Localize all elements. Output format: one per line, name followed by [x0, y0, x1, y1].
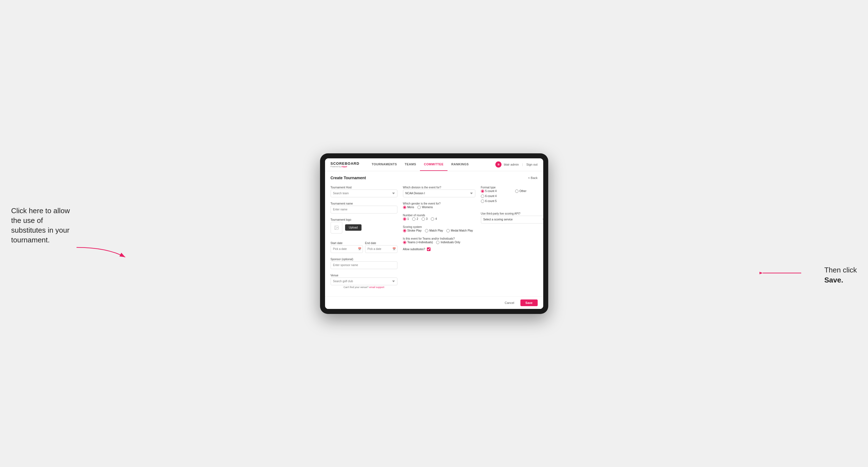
nav-committee[interactable]: COMMITTEE: [420, 158, 447, 171]
venue-label: Venue: [331, 274, 338, 277]
scoring-medal[interactable]: Medal Match Play: [446, 229, 473, 232]
sponsor-group: Sponsor (optional): [331, 256, 397, 269]
page-wrapper: Click here to allow the use of substitut…: [11, 153, 857, 314]
rounds-radio-group: 1 2 3: [403, 217, 475, 221]
substitutes-label: Allow substitutes?: [403, 248, 425, 251]
api-group: Use third-party live scoring API? Select…: [481, 211, 543, 223]
format-6count4[interactable]: 6 count 4: [481, 194, 514, 198]
api-label: Use third-party live scoring API?: [481, 212, 520, 215]
date-row: Start date 📅 End date 📅: [331, 240, 397, 253]
venue-help: Can't find your venue? email support: [331, 286, 397, 289]
page-header: Create Tournament < Back: [331, 176, 538, 180]
start-date-label: Start date: [331, 242, 343, 245]
tournament-logo-label: Tournament logo: [331, 218, 351, 221]
navigation: SCOREBOARD Powered by clippd TOURNAMENTS…: [325, 158, 543, 171]
format-5count4[interactable]: 5 count 4: [481, 189, 514, 193]
middle-column: Which division is the event for? NCAA Di…: [403, 185, 475, 292]
left-arrow: [74, 245, 129, 261]
api-select[interactable]: Select a scoring service: [481, 216, 543, 223]
back-button[interactable]: < Back: [528, 176, 538, 180]
division-label: Which division is the event for?: [403, 186, 441, 189]
end-date-wrapper: 📅: [365, 245, 397, 253]
event-teams[interactable]: Teams (+Individuals): [403, 241, 433, 244]
rounds-group: Number of rounds 1 2: [403, 212, 475, 221]
format-6count5[interactable]: 6 count 5: [481, 199, 514, 203]
rounds-3[interactable]: 3: [422, 217, 428, 221]
scoring-group: Scoring system Stroke Play Match Play: [403, 224, 475, 232]
form-grid: Tournament Host Tournament name Tourname…: [331, 185, 538, 292]
scoring-label: Scoring system: [403, 225, 422, 228]
event-type-group: Is this event for Teams and/or Individua…: [403, 236, 475, 244]
tablet-device: SCOREBOARD Powered by clippd TOURNAMENTS…: [320, 153, 548, 314]
event-type-radio-group: Teams (+Individuals) Individuals Only: [403, 241, 475, 244]
venue-group: Venue Can't find your venue? email suppo…: [331, 273, 397, 289]
logo: SCOREBOARD Powered by clippd: [331, 161, 360, 167]
division-group: Which division is the event for? NCAA Di…: [403, 185, 475, 197]
user-avatar: B: [495, 161, 501, 167]
format-label: Format type: [481, 186, 496, 189]
right-column: Format type 5 count 4 Other: [481, 185, 543, 292]
end-date-label: End date: [365, 242, 376, 245]
tournament-logo-group: Tournament logo Upload: [331, 217, 397, 237]
svg-point-2: [335, 226, 336, 227]
tournament-name-label: Tournament name: [331, 202, 353, 205]
scoring-match[interactable]: Match Play: [425, 229, 443, 232]
rounds-4[interactable]: 4: [431, 217, 437, 221]
nav-teams[interactable]: TEAMS: [401, 158, 420, 171]
format-options-grid: 5 count 4 Other 6 count 4: [481, 189, 543, 203]
nav-links: TOURNAMENTS TEAMS COMMITTEE RANKINGS: [368, 158, 495, 171]
division-select[interactable]: NCAA Division I: [403, 189, 475, 197]
gender-group: Which gender is the event for? Mens Wome…: [403, 201, 475, 209]
gender-mens[interactable]: Mens: [403, 206, 414, 209]
rounds-1[interactable]: 1: [403, 217, 409, 221]
left-column: Tournament Host Tournament name Tourname…: [331, 185, 397, 292]
user-menu: B blair admin | Sign out: [495, 161, 537, 167]
rounds-label: Number of rounds: [403, 214, 425, 217]
save-button[interactable]: Save: [520, 300, 538, 306]
format-group: Format type 5 count 4 Other: [481, 185, 543, 203]
end-date-input[interactable]: [365, 245, 397, 253]
gender-label: Which gender is the event for?: [403, 202, 441, 205]
start-date-group: Start date 📅: [331, 240, 363, 253]
upload-button[interactable]: Upload: [345, 224, 362, 231]
substitutes-checkbox-group: Allow substitutes?: [403, 247, 475, 251]
sign-out-link[interactable]: Sign out: [526, 163, 537, 166]
substitutes-checkbox[interactable]: [427, 247, 431, 251]
venue-input[interactable]: [331, 278, 397, 285]
form-footer: Cancel Save: [325, 297, 543, 309]
logo-placeholder: [331, 222, 342, 234]
end-date-group: End date 📅: [365, 240, 397, 253]
event-individuals[interactable]: Individuals Only: [436, 241, 460, 244]
gender-radio-group: Mens Womens: [403, 206, 475, 209]
start-date-input[interactable]: [331, 245, 363, 253]
sponsor-input[interactable]: [331, 261, 397, 269]
tablet-screen: SCOREBOARD Powered by clippd TOURNAMENTS…: [325, 158, 543, 309]
event-type-label: Is this event for Teams and/or Individua…: [403, 237, 455, 240]
right-arrow: [760, 266, 804, 280]
right-annotation: Then click Save.: [824, 265, 857, 285]
tournament-host-group: Tournament Host: [331, 185, 397, 197]
logo-upload-area: Upload: [331, 222, 397, 234]
scoring-stroke[interactable]: Stroke Play: [403, 229, 422, 232]
tournament-host-input[interactable]: [331, 189, 397, 197]
nav-rankings[interactable]: RANKINGS: [447, 158, 473, 171]
format-other[interactable]: Other: [515, 189, 543, 193]
tournament-name-group: Tournament name: [331, 201, 397, 214]
page-title: Create Tournament: [331, 176, 366, 180]
gender-womens[interactable]: Womens: [417, 206, 433, 209]
main-content: Create Tournament < Back Tournament Host…: [325, 171, 543, 297]
start-date-wrapper: 📅: [331, 245, 363, 253]
sponsor-label: Sponsor (optional): [331, 258, 353, 261]
rounds-2[interactable]: 2: [412, 217, 418, 221]
cancel-button[interactable]: Cancel: [501, 300, 518, 306]
scoring-radio-group: Stroke Play Match Play Medal Match Play: [403, 229, 475, 232]
substitutes-group: Allow substitutes?: [403, 247, 475, 251]
email-support-link[interactable]: email support: [369, 286, 384, 289]
tournament-host-label: Tournament Host: [331, 186, 352, 189]
tournament-name-input[interactable]: [331, 206, 397, 214]
nav-tournaments[interactable]: TOURNAMENTS: [368, 158, 401, 171]
left-annotation: Click here to allow the use of substitut…: [11, 206, 72, 245]
